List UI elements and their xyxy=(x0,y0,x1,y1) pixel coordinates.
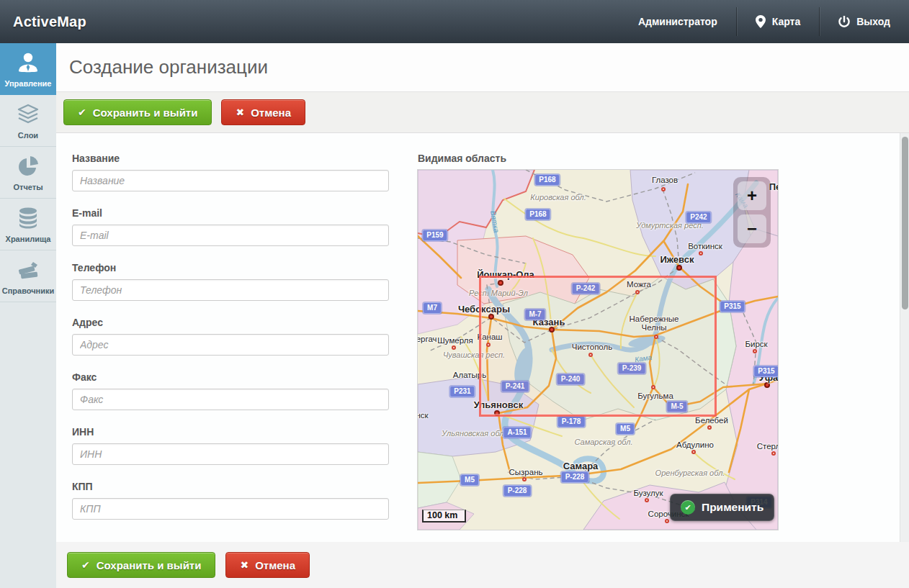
sidebar-item-layers[interactable]: Слои xyxy=(0,95,56,147)
visible-area-label: Видимая область xyxy=(418,153,778,164)
kpp-input[interactable] xyxy=(72,498,389,520)
sidebar-item-directories[interactable]: Справочники xyxy=(0,250,56,302)
database-icon xyxy=(16,206,40,230)
sidebar-item-label: Справочники xyxy=(2,286,55,295)
map-city-dot xyxy=(452,345,456,350)
save-and-exit-button[interactable]: ✔ Сохранить и выйти xyxy=(63,99,212,125)
map-apply-button[interactable]: ✔ Применить xyxy=(670,494,774,521)
map-city-dot xyxy=(691,450,696,454)
sidebar-item-management[interactable]: Управление xyxy=(0,43,56,95)
header-user[interactable]: Администратор xyxy=(619,0,736,43)
user-icon xyxy=(16,50,40,75)
field-group-fax: Факс xyxy=(72,371,389,410)
map-road-badge: Р-228 xyxy=(503,485,532,497)
sidebar-item-reports[interactable]: Отчеты xyxy=(0,147,56,199)
cancel-button-label: Отмена xyxy=(255,559,295,571)
inn-input[interactable] xyxy=(72,443,389,465)
map-city-label: Белебей xyxy=(695,416,728,425)
map-road-badge: Р-178 xyxy=(558,416,586,428)
map-city-label: Шумерля xyxy=(437,336,473,345)
map-city-dot xyxy=(676,265,682,271)
map-city-label: Бирск xyxy=(745,340,767,348)
power-icon xyxy=(838,16,850,28)
sidebar-item-label: Хранилища xyxy=(6,235,51,243)
map-city-label: Сергач xyxy=(418,335,437,343)
brand-logo: ActiveMap xyxy=(0,14,86,30)
map-selection-rect[interactable] xyxy=(479,276,717,417)
map-road-badge: Р168 xyxy=(534,174,560,186)
panel-scrollbar-track[interactable] xyxy=(900,133,909,542)
x-icon: ✖ xyxy=(240,559,248,571)
field-group-phone: Телефон xyxy=(72,262,389,301)
field-group-email: E-mail xyxy=(72,207,389,246)
cancel-button-bottom[interactable]: ✖ Отмена xyxy=(225,552,310,578)
name-input[interactable] xyxy=(72,170,389,191)
page-title: Создание организации xyxy=(69,56,268,78)
header-logout-label: Выход xyxy=(856,16,890,27)
phone-input[interactable] xyxy=(72,279,389,301)
address-input[interactable] xyxy=(72,334,389,356)
map-city-label: Бузулук xyxy=(633,489,663,497)
map-road-badge: М5 xyxy=(460,474,479,486)
map-road-badge: А-151 xyxy=(503,427,531,438)
map-city-label: Стерлита xyxy=(757,442,778,451)
check-icon: ✔ xyxy=(81,559,90,571)
email-input[interactable] xyxy=(72,225,389,246)
map-city-dot xyxy=(753,349,757,353)
map-city-dot xyxy=(699,251,703,255)
map-city-label: Сызрань xyxy=(509,468,543,476)
check-icon: ✔ xyxy=(78,107,86,118)
map-road-badge: Р168 xyxy=(525,209,550,220)
map-canvas[interactable]: ГлазовПеВоткинскИжевскМожгаЙошкар-ОлаЧеб… xyxy=(418,170,778,530)
cancel-button[interactable]: ✖ Отмена xyxy=(221,99,305,125)
map-city-dot xyxy=(771,451,776,456)
email-label: E-mail xyxy=(72,207,389,219)
map-city-dot xyxy=(522,477,527,481)
header-logout[interactable]: Выход xyxy=(820,0,909,43)
save-button-label: Сохранить и выйти xyxy=(93,107,198,119)
map-scale-bar: 100 km xyxy=(422,510,466,523)
map-city-dot xyxy=(707,425,712,430)
title-row: Создание организации xyxy=(56,43,909,92)
visible-area-section: Видимая область xyxy=(418,153,778,530)
zoom-in-button[interactable]: + xyxy=(738,181,766,210)
sidebar-item-storages[interactable]: Хранилища xyxy=(0,199,56,250)
fax-label: Факс xyxy=(72,371,389,383)
map-city-dot xyxy=(661,187,666,191)
map-region-label: Оренбургская обл. xyxy=(655,469,725,477)
map-city-dot xyxy=(764,382,770,388)
map-zoom-controls: + − xyxy=(733,177,771,248)
sidebar: Управление Слои Отчеты Хранилища Справоч… xyxy=(0,43,56,588)
field-group-kpp: КПП xyxy=(72,481,389,520)
header-map-link[interactable]: Карта xyxy=(737,0,820,43)
map-road-badge: М7 xyxy=(423,302,442,314)
main-content: Создание организации ✔ Сохранить и выйти… xyxy=(56,43,909,588)
pie-chart-icon xyxy=(16,154,40,178)
map-road-badge: Р-228 xyxy=(561,471,589,483)
inn-label: ИНН xyxy=(72,426,389,438)
map-road-badge: Р231 xyxy=(449,386,475,397)
map-region-label: Ульяновская обл. xyxy=(442,429,506,438)
save-and-exit-button-bottom[interactable]: ✔ Сохранить и выйти xyxy=(67,552,215,578)
sidebar-item-label: Управление xyxy=(4,79,51,88)
map-road-badge: Р315 xyxy=(720,301,745,312)
header-user-label: Администратор xyxy=(638,16,717,27)
map-city-label: нск xyxy=(418,411,429,420)
map-pin-icon xyxy=(756,15,766,28)
map-road-badge: М5 xyxy=(616,423,635,435)
address-label: Адрес xyxy=(72,317,389,328)
zoom-out-button[interactable]: − xyxy=(738,214,766,243)
fax-input[interactable] xyxy=(72,389,389,410)
name-label: Название xyxy=(72,153,389,164)
panel-scrollbar-thumb[interactable] xyxy=(902,137,908,309)
field-group-address: Адрес xyxy=(72,317,389,356)
map-river-label: Вятка xyxy=(489,210,501,233)
map-region-label: Самарская обл. xyxy=(574,438,632,446)
cancel-button-label: Отмена xyxy=(251,107,291,119)
map-city-label: Абдулино xyxy=(676,440,714,449)
app-header: ActiveMap Администратор Карта Выход xyxy=(0,0,909,43)
check-circle-icon: ✔ xyxy=(681,500,695,515)
field-group-name: Название xyxy=(72,153,389,191)
apply-button-label: Применить xyxy=(702,501,764,514)
sidebar-item-label: Слои xyxy=(18,131,38,140)
